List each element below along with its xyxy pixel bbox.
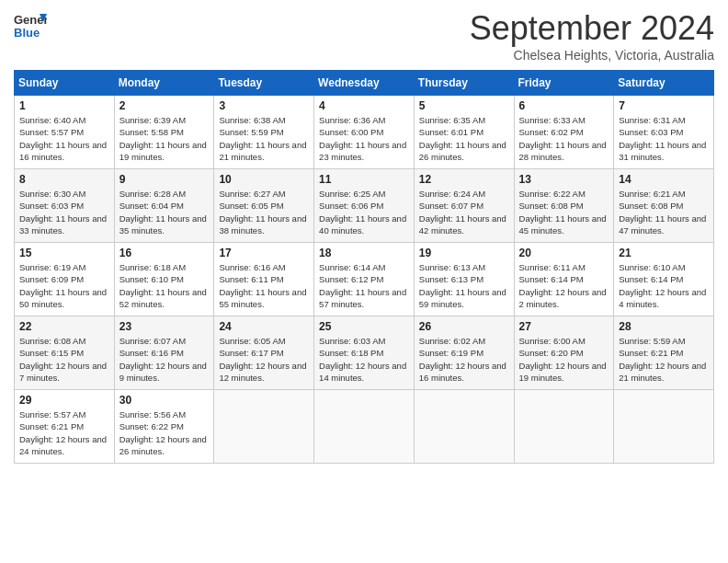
day-info: Sunrise: 6:27 AMSunset: 6:05 PMDaylight:… — [219, 188, 309, 236]
calendar-cell: 28Sunrise: 5:59 AMSunset: 6:21 PMDayligh… — [614, 316, 714, 390]
calendar-cell — [614, 390, 714, 464]
calendar-week-row: 8Sunrise: 6:30 AMSunset: 6:03 PMDaylight… — [15, 169, 714, 243]
day-info: Sunrise: 6:25 AMSunset: 6:06 PMDaylight:… — [319, 188, 409, 236]
day-info: Sunrise: 6:19 AMSunset: 6:09 PMDaylight:… — [19, 261, 109, 310]
calendar-cell: 11Sunrise: 6:25 AMSunset: 6:06 PMDayligh… — [314, 169, 415, 243]
day-number: 22 — [19, 320, 109, 333]
col-header-wednesday: Wednesday — [314, 71, 415, 96]
day-info: Sunrise: 6:13 AMSunset: 6:13 PMDaylight:… — [419, 261, 509, 310]
day-number: 24 — [219, 320, 309, 333]
day-number: 27 — [519, 320, 609, 333]
calendar-cell: 20Sunrise: 6:11 AMSunset: 6:14 PMDayligh… — [514, 243, 614, 316]
calendar-cell: 30Sunrise: 5:56 AMSunset: 6:22 PMDayligh… — [114, 390, 214, 464]
day-info: Sunrise: 5:59 AMSunset: 6:21 PMDaylight:… — [619, 335, 709, 384]
calendar-cell: 2Sunrise: 6:39 AMSunset: 5:58 PMDaylight… — [114, 96, 214, 169]
calendar-cell: 8Sunrise: 6:30 AMSunset: 6:03 PMDaylight… — [15, 169, 115, 243]
calendar-cell: 6Sunrise: 6:33 AMSunset: 6:02 PMDaylight… — [514, 96, 614, 169]
day-info: Sunrise: 6:00 AMSunset: 6:20 PMDaylight:… — [519, 335, 609, 384]
calendar-week-row: 29Sunrise: 5:57 AMSunset: 6:21 PMDayligh… — [15, 390, 714, 464]
day-info: Sunrise: 5:56 AMSunset: 6:22 PMDaylight:… — [119, 408, 210, 457]
col-header-monday: Monday — [114, 71, 214, 96]
day-number: 10 — [219, 173, 309, 186]
day-number: 9 — [119, 173, 210, 186]
calendar-cell — [314, 390, 415, 464]
day-info: Sunrise: 6:38 AMSunset: 5:59 PMDaylight:… — [219, 114, 309, 163]
calendar-cell: 17Sunrise: 6:16 AMSunset: 6:11 PMDayligh… — [214, 243, 314, 316]
day-info: Sunrise: 6:10 AMSunset: 6:14 PMDaylight:… — [619, 261, 709, 310]
day-number: 21 — [619, 247, 709, 259]
calendar-cell: 22Sunrise: 6:08 AMSunset: 6:15 PMDayligh… — [15, 316, 115, 390]
day-number: 1 — [19, 99, 109, 112]
calendar-table: SundayMondayTuesdayWednesdayThursdayFrid… — [14, 70, 714, 464]
day-number: 23 — [119, 320, 210, 333]
day-info: Sunrise: 6:30 AMSunset: 6:03 PMDaylight:… — [19, 188, 109, 236]
day-number: 18 — [319, 247, 409, 259]
calendar-cell: 5Sunrise: 6:35 AMSunset: 6:01 PMDaylight… — [414, 96, 514, 169]
calendar-cell — [514, 390, 614, 464]
day-info: Sunrise: 6:36 AMSunset: 6:00 PMDaylight:… — [319, 114, 409, 163]
day-number: 2 — [119, 99, 210, 112]
svg-text:Blue: Blue — [14, 26, 40, 40]
day-info: Sunrise: 6:03 AMSunset: 6:18 PMDaylight:… — [319, 335, 409, 384]
day-info: Sunrise: 6:31 AMSunset: 6:03 PMDaylight:… — [619, 114, 709, 163]
calendar-cell: 24Sunrise: 6:05 AMSunset: 6:17 PMDayligh… — [214, 316, 314, 390]
location-subtitle: Chelsea Heights, Victoria, Australia — [470, 48, 714, 63]
calendar-cell: 1Sunrise: 6:40 AMSunset: 5:57 PMDaylight… — [15, 96, 115, 169]
calendar-cell — [214, 390, 314, 464]
day-info: Sunrise: 6:07 AMSunset: 6:16 PMDaylight:… — [119, 335, 210, 384]
calendar-cell: 18Sunrise: 6:14 AMSunset: 6:12 PMDayligh… — [314, 243, 415, 316]
day-number: 26 — [419, 320, 509, 333]
calendar-week-row: 22Sunrise: 6:08 AMSunset: 6:15 PMDayligh… — [15, 316, 714, 390]
calendar-cell: 9Sunrise: 6:28 AMSunset: 6:04 PMDaylight… — [114, 169, 214, 243]
calendar-cell: 29Sunrise: 5:57 AMSunset: 6:21 PMDayligh… — [15, 390, 115, 464]
col-header-saturday: Saturday — [614, 71, 714, 96]
day-number: 16 — [119, 247, 210, 259]
day-number: 19 — [419, 247, 509, 259]
calendar-header-row: SundayMondayTuesdayWednesdayThursdayFrid… — [15, 71, 714, 96]
calendar-cell: 13Sunrise: 6:22 AMSunset: 6:08 PMDayligh… — [514, 169, 614, 243]
day-info: Sunrise: 6:18 AMSunset: 6:10 PMDaylight:… — [119, 261, 210, 310]
calendar-week-row: 15Sunrise: 6:19 AMSunset: 6:09 PMDayligh… — [15, 243, 714, 316]
day-number: 28 — [619, 320, 709, 333]
day-info: Sunrise: 6:24 AMSunset: 6:07 PMDaylight:… — [419, 188, 509, 236]
calendar-cell: 3Sunrise: 6:38 AMSunset: 5:59 PMDaylight… — [214, 96, 314, 169]
calendar-cell: 26Sunrise: 6:02 AMSunset: 6:19 PMDayligh… — [414, 316, 514, 390]
day-number: 20 — [519, 247, 609, 259]
day-info: Sunrise: 6:33 AMSunset: 6:02 PMDaylight:… — [519, 114, 609, 163]
title-section: September 2024 Chelsea Heights, Victoria… — [470, 9, 714, 63]
day-number: 6 — [519, 99, 609, 112]
day-info: Sunrise: 6:28 AMSunset: 6:04 PMDaylight:… — [119, 188, 210, 236]
calendar-cell: 21Sunrise: 6:10 AMSunset: 6:14 PMDayligh… — [614, 243, 714, 316]
day-number: 30 — [119, 394, 210, 407]
month-title: September 2024 — [470, 9, 714, 48]
calendar-cell: 10Sunrise: 6:27 AMSunset: 6:05 PMDayligh… — [214, 169, 314, 243]
calendar-cell: 12Sunrise: 6:24 AMSunset: 6:07 PMDayligh… — [414, 169, 514, 243]
day-info: Sunrise: 6:02 AMSunset: 6:19 PMDaylight:… — [419, 335, 509, 384]
day-number: 15 — [19, 247, 109, 259]
day-info: Sunrise: 6:08 AMSunset: 6:15 PMDaylight:… — [19, 335, 109, 384]
day-info: Sunrise: 6:11 AMSunset: 6:14 PMDaylight:… — [519, 261, 609, 310]
day-info: Sunrise: 6:21 AMSunset: 6:08 PMDaylight:… — [619, 188, 709, 236]
calendar-cell: 7Sunrise: 6:31 AMSunset: 6:03 PMDaylight… — [614, 96, 714, 169]
col-header-tuesday: Tuesday — [214, 71, 314, 96]
col-header-sunday: Sunday — [15, 71, 115, 96]
logo: General Blue — [14, 9, 49, 42]
calendar-cell: 25Sunrise: 6:03 AMSunset: 6:18 PMDayligh… — [314, 316, 415, 390]
calendar-cell: 16Sunrise: 6:18 AMSunset: 6:10 PMDayligh… — [114, 243, 214, 316]
calendar-week-row: 1Sunrise: 6:40 AMSunset: 5:57 PMDaylight… — [15, 96, 714, 169]
day-number: 8 — [19, 173, 109, 186]
day-number: 3 — [219, 99, 309, 112]
calendar-cell: 27Sunrise: 6:00 AMSunset: 6:20 PMDayligh… — [514, 316, 614, 390]
calendar-cell: 23Sunrise: 6:07 AMSunset: 6:16 PMDayligh… — [114, 316, 214, 390]
day-number: 12 — [419, 173, 509, 186]
day-number: 29 — [19, 394, 109, 407]
day-number: 14 — [619, 173, 709, 186]
day-info: Sunrise: 6:05 AMSunset: 6:17 PMDaylight:… — [219, 335, 309, 384]
day-info: Sunrise: 6:39 AMSunset: 5:58 PMDaylight:… — [119, 114, 210, 163]
day-number: 4 — [319, 99, 409, 112]
calendar-cell: 19Sunrise: 6:13 AMSunset: 6:13 PMDayligh… — [414, 243, 514, 316]
page-header: General Blue September 2024 Chelsea Heig… — [14, 9, 714, 63]
logo-icon: General Blue — [14, 9, 47, 42]
day-number: 17 — [219, 247, 309, 259]
day-info: Sunrise: 6:35 AMSunset: 6:01 PMDaylight:… — [419, 114, 509, 163]
